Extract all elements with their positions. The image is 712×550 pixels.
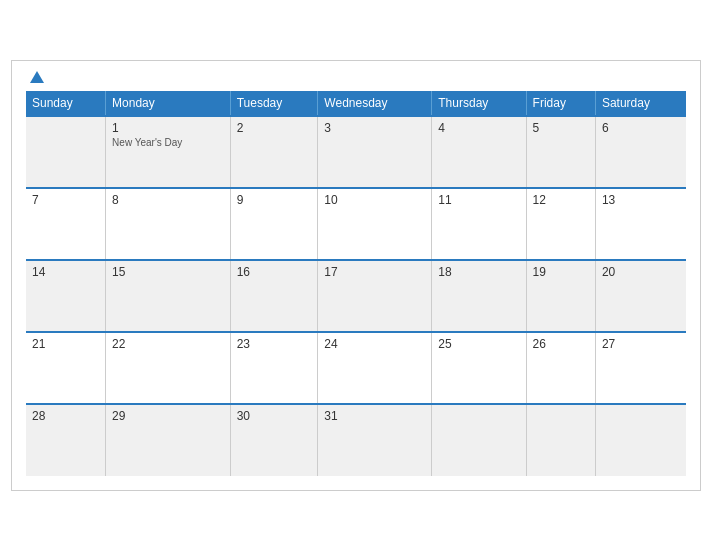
calendar-cell: 20 [595, 260, 686, 332]
day-number: 20 [602, 265, 680, 279]
day-number: 13 [602, 193, 680, 207]
day-number: 22 [112, 337, 224, 351]
day-number: 5 [533, 121, 589, 135]
day-number: 6 [602, 121, 680, 135]
calendar-cell: 24 [318, 332, 432, 404]
day-number: 2 [237, 121, 312, 135]
day-number: 10 [324, 193, 425, 207]
weekday-header-monday: Monday [106, 91, 231, 116]
calendar-cell: 12 [526, 188, 595, 260]
calendar-cell: 19 [526, 260, 595, 332]
calendar-cell: 1New Year's Day [106, 116, 231, 188]
weekday-header-row: SundayMondayTuesdayWednesdayThursdayFrid… [26, 91, 686, 116]
day-number: 27 [602, 337, 680, 351]
calendar-cell: 29 [106, 404, 231, 476]
calendar-cell: 15 [106, 260, 231, 332]
day-number: 28 [32, 409, 99, 423]
calendar-week-row: 14151617181920 [26, 260, 686, 332]
calendar-cell: 11 [432, 188, 526, 260]
day-number: 11 [438, 193, 519, 207]
day-number: 3 [324, 121, 425, 135]
day-number: 21 [32, 337, 99, 351]
weekday-header-thursday: Thursday [432, 91, 526, 116]
weekday-header-wednesday: Wednesday [318, 91, 432, 116]
calendar-week-row: 21222324252627 [26, 332, 686, 404]
calendar-cell: 4 [432, 116, 526, 188]
calendar-week-row: 1New Year's Day23456 [26, 116, 686, 188]
weekday-header-tuesday: Tuesday [230, 91, 318, 116]
weekday-header-friday: Friday [526, 91, 595, 116]
calendar-cell: 10 [318, 188, 432, 260]
calendar-cell: 14 [26, 260, 106, 332]
calendar-cell: 22 [106, 332, 231, 404]
calendar: SundayMondayTuesdayWednesdayThursdayFrid… [11, 60, 701, 491]
day-number: 4 [438, 121, 519, 135]
day-number: 9 [237, 193, 312, 207]
calendar-cell: 30 [230, 404, 318, 476]
day-number: 17 [324, 265, 425, 279]
logo-triangle-icon [30, 71, 44, 83]
calendar-cell: 2 [230, 116, 318, 188]
calendar-cell [432, 404, 526, 476]
calendar-cell: 21 [26, 332, 106, 404]
calendar-table: SundayMondayTuesdayWednesdayThursdayFrid… [26, 91, 686, 476]
day-number: 29 [112, 409, 224, 423]
day-number: 23 [237, 337, 312, 351]
calendar-cell: 25 [432, 332, 526, 404]
calendar-cell [26, 116, 106, 188]
calendar-week-row: 78910111213 [26, 188, 686, 260]
day-number: 14 [32, 265, 99, 279]
calendar-thead: SundayMondayTuesdayWednesdayThursdayFrid… [26, 91, 686, 116]
calendar-week-row: 28293031 [26, 404, 686, 476]
day-number: 16 [237, 265, 312, 279]
calendar-cell: 16 [230, 260, 318, 332]
calendar-cell: 8 [106, 188, 231, 260]
day-number: 15 [112, 265, 224, 279]
logo-blue-row [26, 71, 44, 83]
day-number: 1 [112, 121, 224, 135]
day-number: 19 [533, 265, 589, 279]
day-number: 12 [533, 193, 589, 207]
day-number: 18 [438, 265, 519, 279]
calendar-cell: 23 [230, 332, 318, 404]
calendar-cell: 18 [432, 260, 526, 332]
calendar-cell: 13 [595, 188, 686, 260]
calendar-cell: 28 [26, 404, 106, 476]
day-number: 31 [324, 409, 425, 423]
calendar-cell: 6 [595, 116, 686, 188]
calendar-cell: 31 [318, 404, 432, 476]
calendar-cell: 9 [230, 188, 318, 260]
calendar-cell [595, 404, 686, 476]
logo [26, 71, 44, 83]
day-number: 26 [533, 337, 589, 351]
day-number: 8 [112, 193, 224, 207]
day-number: 7 [32, 193, 99, 207]
holiday-label: New Year's Day [112, 137, 224, 148]
calendar-tbody: 1New Year's Day2345678910111213141516171… [26, 116, 686, 476]
day-number: 30 [237, 409, 312, 423]
calendar-cell: 7 [26, 188, 106, 260]
calendar-cell: 26 [526, 332, 595, 404]
day-number: 24 [324, 337, 425, 351]
day-number: 25 [438, 337, 519, 351]
weekday-header-saturday: Saturday [595, 91, 686, 116]
weekday-header-sunday: Sunday [26, 91, 106, 116]
calendar-header [26, 71, 686, 83]
calendar-cell [526, 404, 595, 476]
calendar-cell: 3 [318, 116, 432, 188]
calendar-cell: 17 [318, 260, 432, 332]
calendar-cell: 27 [595, 332, 686, 404]
calendar-cell: 5 [526, 116, 595, 188]
